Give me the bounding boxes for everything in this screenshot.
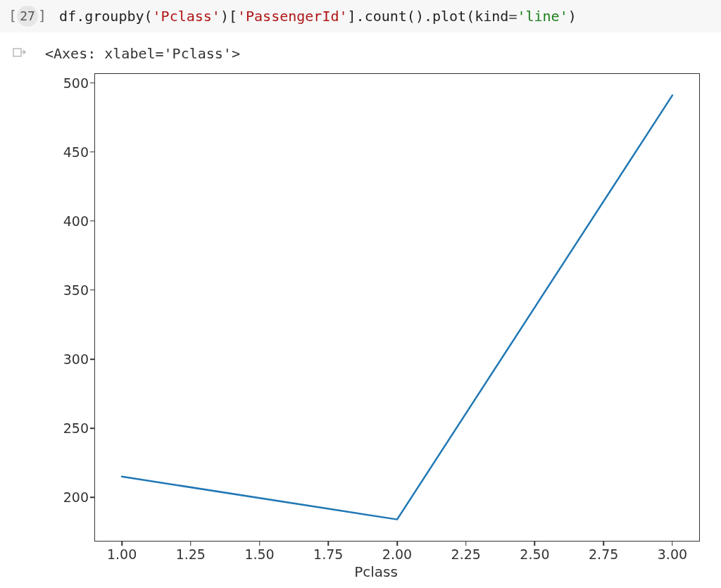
plot-line-layer <box>94 73 700 542</box>
y-tick-label: 200 <box>45 489 89 505</box>
svg-rect-0 <box>13 49 21 56</box>
y-tick-label: 500 <box>45 75 89 91</box>
y-tick-mark <box>90 151 94 153</box>
code-token: 'Pclass' <box>153 8 220 25</box>
y-tick-mark <box>90 358 94 360</box>
x-tick-mark <box>396 542 398 546</box>
execution-count: [27] <box>8 6 46 27</box>
x-axis-label: Pclass <box>45 563 707 580</box>
x-tick-mark <box>259 542 261 546</box>
y-tick-label: 350 <box>45 282 89 298</box>
code-token: (). <box>407 8 432 25</box>
output-repr: <Axes: xlabel='Pclass'> <box>45 45 715 62</box>
code-token: = <box>508 8 517 25</box>
x-tick-label: 1.75 <box>313 546 343 562</box>
code-line[interactable]: df.groupby('Pclass')['PassengerId'].coun… <box>59 6 577 27</box>
y-tick-label: 300 <box>45 351 89 367</box>
exec-count-number: 27 <box>17 6 38 27</box>
code-token: ( <box>466 8 475 25</box>
code-token: )[ <box>220 8 237 25</box>
output-indicator-icon <box>8 45 30 61</box>
x-tick-label: 2.00 <box>382 546 412 562</box>
y-tick-mark <box>90 427 94 429</box>
y-tick-mark <box>90 496 94 498</box>
code-token: . <box>76 8 84 25</box>
y-tick-label: 250 <box>45 420 89 436</box>
x-tick-mark <box>121 542 123 546</box>
code-token: ) <box>568 8 577 25</box>
x-tick-label: 2.50 <box>520 546 549 562</box>
x-tick-mark <box>603 542 604 546</box>
code-token: 'PassengerId' <box>237 8 348 25</box>
x-tick-mark <box>190 542 192 546</box>
code-cell-input[interactable]: [27] df.groupby('Pclass')['PassengerId']… <box>0 0 721 32</box>
y-tick-mark <box>90 289 94 291</box>
x-tick-label: 1.00 <box>107 546 137 562</box>
code-token: df <box>59 8 76 25</box>
code-token: groupby <box>84 8 144 25</box>
x-tick-mark <box>328 542 330 546</box>
y-tick-mark <box>90 220 94 222</box>
code-cell-output: <Axes: xlabel='Pclass'> Pclass 200250300… <box>0 32 721 578</box>
code-token: 'line' <box>517 8 568 25</box>
code-token: ]. <box>348 8 365 25</box>
y-tick-mark <box>90 82 94 84</box>
x-tick-label: 1.50 <box>244 546 274 562</box>
code-token: count <box>365 8 407 25</box>
x-tick-mark <box>465 542 467 546</box>
matplotlib-figure: Pclass 2002503003504004505001.001.251.50… <box>45 68 707 578</box>
y-tick-label: 450 <box>45 144 89 160</box>
code-token: kind <box>475 8 508 25</box>
x-tick-label: 2.75 <box>589 546 618 562</box>
x-tick-label: 3.00 <box>658 546 687 562</box>
x-tick-mark <box>672 542 673 546</box>
code-token: ( <box>144 8 153 25</box>
y-tick-label: 400 <box>45 213 89 229</box>
x-tick-label: 1.25 <box>176 546 206 562</box>
x-tick-label: 2.25 <box>451 546 481 562</box>
x-tick-mark <box>534 542 536 546</box>
code-token: plot <box>432 8 466 25</box>
data-line <box>122 95 672 519</box>
